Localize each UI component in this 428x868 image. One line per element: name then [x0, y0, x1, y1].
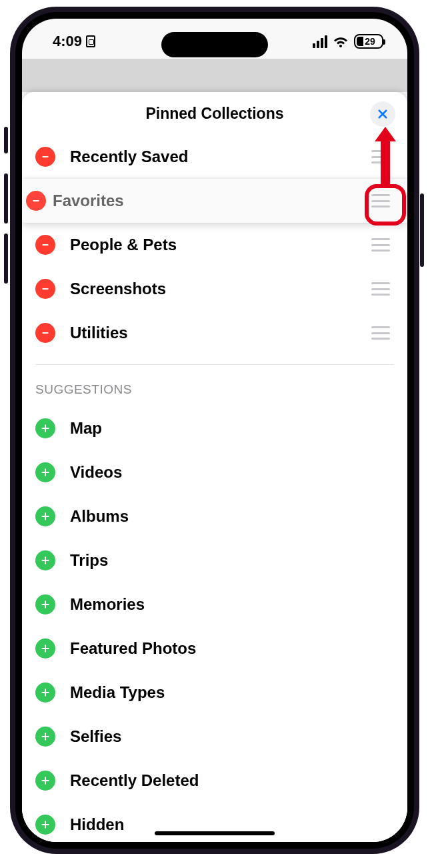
pinned-row-utilities[interactable]: Utilities [22, 311, 407, 355]
plus-icon [40, 731, 51, 742]
home-indicator[interactable] [155, 831, 275, 835]
drag-handle[interactable] [371, 326, 390, 340]
minus-icon [40, 284, 51, 294]
sheet-header: Pinned Collections [22, 92, 407, 135]
drag-handle[interactable] [371, 150, 390, 163]
dynamic-island [161, 32, 268, 57]
row-label: People & Pets [70, 236, 371, 254]
minus-icon [40, 328, 51, 338]
suggestion-row-recently-deleted[interactable]: Recently Deleted [22, 759, 407, 803]
row-label: Screenshots [70, 280, 371, 298]
remove-button[interactable] [35, 323, 55, 343]
remove-button[interactable] [35, 147, 55, 167]
add-button[interactable] [35, 815, 55, 835]
suggestion-row-videos[interactable]: Videos [22, 450, 407, 494]
remove-button[interactable] [35, 279, 55, 299]
add-button[interactable] [35, 506, 55, 526]
add-button[interactable] [35, 462, 55, 482]
wifi-icon [333, 35, 349, 47]
row-label: Utilities [70, 324, 371, 342]
status-time: 4:09 [53, 33, 82, 50]
row-label: Albums [70, 507, 394, 526]
add-button[interactable] [35, 771, 55, 791]
add-button[interactable] [35, 683, 55, 703]
focus-icon [86, 35, 95, 47]
suggestion-row-hidden[interactable]: Hidden [22, 803, 407, 842]
plus-icon [40, 819, 51, 830]
minus-icon [31, 195, 41, 206]
row-label: Recently Deleted [70, 771, 394, 790]
svg-rect-2 [42, 244, 48, 246]
drag-handle[interactable] [371, 238, 390, 252]
svg-rect-0 [42, 156, 48, 157]
sheet-title: Pinned Collections [145, 105, 283, 123]
drag-handle[interactable] [371, 194, 390, 207]
row-label: Videos [70, 463, 394, 482]
add-button[interactable] [35, 727, 55, 747]
pinned-row-favorites[interactable]: Favorites [22, 179, 407, 223]
suggestions-header: SUGGESTIONS [22, 365, 407, 406]
suggestion-row-featured-photos[interactable]: Featured Photos [22, 626, 407, 671]
row-label: Favorites [53, 191, 371, 210]
plus-icon [40, 643, 51, 654]
suggestion-row-memories[interactable]: Memories [22, 582, 407, 626]
phone-power-button [420, 193, 424, 267]
row-label: Recently Saved [70, 147, 371, 166]
suggestion-row-map[interactable]: Map [22, 406, 407, 450]
add-button[interactable] [35, 550, 55, 570]
minus-icon [40, 240, 51, 250]
phone-frame: 4:09 29 Pinned Colle [10, 7, 419, 854]
plus-icon [40, 687, 51, 698]
phone-volume-up [4, 173, 8, 224]
pinned-collections-sheet: Pinned Collections Recently Saved [22, 92, 407, 842]
svg-rect-4 [42, 332, 48, 334]
suggestion-row-selfies[interactable]: Selfies [22, 715, 407, 759]
drag-handle[interactable] [371, 282, 390, 296]
plus-icon [40, 467, 51, 478]
pinned-row-people-pets[interactable]: People & Pets [22, 223, 407, 267]
suggestion-row-trips[interactable]: Trips [22, 538, 407, 582]
collections-list[interactable]: Recently Saved Favorites [22, 135, 407, 842]
svg-rect-3 [42, 288, 48, 290]
background-sheet [22, 59, 407, 92]
cellular-icon [313, 35, 327, 48]
add-button[interactable] [35, 594, 55, 614]
svg-rect-1 [33, 200, 39, 201]
plus-icon [40, 599, 51, 610]
remove-button[interactable] [35, 235, 55, 255]
minus-icon [40, 151, 51, 162]
close-icon [377, 108, 389, 120]
add-button[interactable] [35, 418, 55, 438]
remove-button[interactable] [26, 191, 46, 211]
battery-icon: 29 [354, 34, 383, 49]
row-label: Selfies [70, 727, 394, 746]
close-button[interactable] [370, 101, 395, 127]
row-label: Map [70, 419, 394, 438]
row-label: Featured Photos [70, 639, 394, 658]
row-label: Memories [70, 595, 394, 614]
phone-volume-down [4, 234, 8, 284]
pinned-row-screenshots[interactable]: Screenshots [22, 267, 407, 311]
plus-icon [40, 555, 51, 566]
row-label: Media Types [70, 683, 394, 702]
plus-icon [40, 423, 51, 434]
phone-silence-switch [4, 127, 8, 153]
plus-icon [40, 775, 51, 786]
suggestion-row-albums[interactable]: Albums [22, 494, 407, 538]
suggestion-row-media-types[interactable]: Media Types [22, 671, 407, 715]
add-button[interactable] [35, 638, 55, 659]
pinned-row-recently-saved[interactable]: Recently Saved [22, 135, 407, 179]
plus-icon [40, 511, 51, 522]
row-label: Trips [70, 551, 394, 570]
